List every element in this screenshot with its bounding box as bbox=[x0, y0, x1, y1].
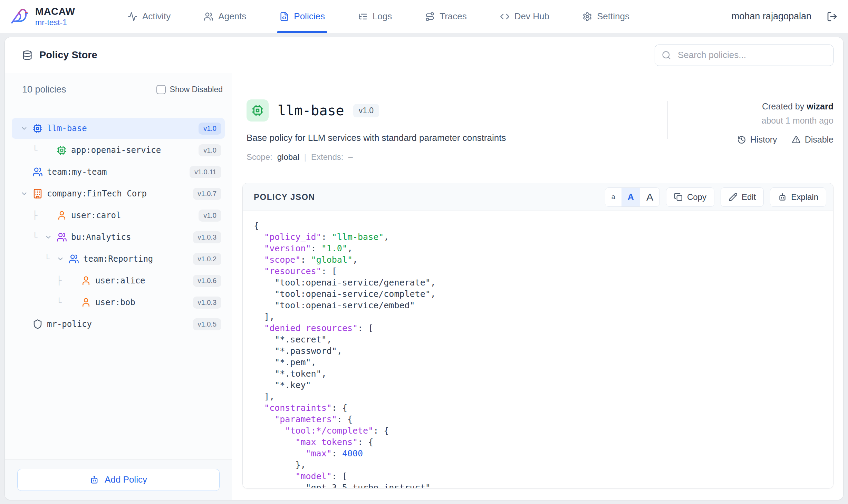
json-code-line: "version": "1.0", bbox=[254, 243, 833, 254]
json-code-line: ], bbox=[254, 311, 833, 322]
policy-tree-sidebar: 10 policies Show Disabled llm-basev1.0└a… bbox=[5, 73, 232, 500]
chevron-down-icon[interactable] bbox=[57, 255, 69, 263]
json-code-line: "*.pem", bbox=[254, 357, 833, 368]
disable-button[interactable]: Disable bbox=[792, 135, 833, 145]
scope-label: Scope: bbox=[247, 152, 272, 162]
policy-scope-row: Scope: global | Extends: – bbox=[247, 152, 664, 162]
tree-item-llm-base[interactable]: llm-basev1.0 bbox=[12, 118, 225, 139]
tree-item-label: app:openai-service bbox=[71, 145, 161, 155]
json-code-line: "tool:openai-service/embed" bbox=[254, 300, 833, 311]
tab-label: Traces bbox=[440, 11, 467, 22]
tab-label: Logs bbox=[373, 11, 392, 22]
json-code-line: "model": [ bbox=[254, 471, 833, 482]
tab-dev-hub[interactable]: Dev Hub bbox=[500, 0, 549, 33]
tab-traces[interactable]: Traces bbox=[425, 0, 467, 33]
tree-item-team-my-team[interactable]: team:my-teamv1.0.11 bbox=[12, 162, 225, 182]
font-size-small-button[interactable]: a bbox=[605, 188, 621, 206]
tree-item-label: user:carol bbox=[71, 211, 121, 220]
chevron-down-icon[interactable] bbox=[45, 233, 57, 241]
extends-label: Extends: bbox=[311, 152, 343, 162]
top-nav: MACAW mr-test-1 Activity Agents Policies… bbox=[0, 0, 848, 33]
shield-icon bbox=[32, 319, 43, 329]
logs-icon bbox=[358, 12, 368, 21]
json-code-line: "constraints": { bbox=[254, 402, 833, 414]
json-code-line: "denied_resources": [ bbox=[254, 322, 833, 334]
font-size-large-button[interactable]: A bbox=[640, 188, 659, 206]
history-icon bbox=[737, 135, 746, 144]
tree-item-user-bob[interactable]: └user:bobv1.0.3 bbox=[12, 292, 225, 313]
tree-item-label: user:bob bbox=[95, 298, 135, 307]
version-badge: v1.0 bbox=[199, 144, 221, 156]
policy-description: Base policy for LLM services with standa… bbox=[247, 133, 664, 143]
tree-item-label: llm-base bbox=[47, 124, 87, 133]
search-input[interactable] bbox=[655, 45, 833, 66]
tab-activity[interactable]: Activity bbox=[128, 0, 171, 33]
tree-item-app-openai-service[interactable]: └app:openai-servicev1.0 bbox=[12, 140, 225, 161]
page-title: Policy Store bbox=[39, 49, 97, 61]
policy-store-page: { "brand": { "title": "MACAW", "env": "m… bbox=[0, 0, 848, 504]
version-badge: v1.0.11 bbox=[190, 166, 221, 178]
policy-type-tile bbox=[247, 99, 269, 122]
tree-item-team-reporting[interactable]: └team:Reportingv1.0.2 bbox=[12, 249, 225, 269]
sidebar-footer: Add Policy bbox=[5, 459, 232, 500]
version-badge: v1.0.7 bbox=[193, 188, 221, 200]
tree-item-user-carol[interactable]: ├user:carolv1.0 bbox=[12, 205, 225, 226]
tree-item-label: user:alice bbox=[95, 276, 145, 285]
policies-count: 10 policies bbox=[22, 84, 66, 95]
policy-version-badge: v1.0 bbox=[353, 104, 379, 117]
brand-env: mr-test-1 bbox=[35, 18, 75, 27]
json-code-line: "tool:*/complete": { bbox=[254, 425, 833, 436]
json-code-line: "*.key" bbox=[254, 379, 833, 391]
brand-title: MACAW bbox=[35, 6, 75, 17]
tree-item-label: team:Reporting bbox=[83, 254, 153, 264]
explain-button[interactable]: Explain bbox=[770, 187, 826, 207]
version-badge: v1.0.3 bbox=[193, 231, 221, 243]
copy-icon bbox=[674, 193, 683, 202]
tree-item-label: team:my-team bbox=[47, 167, 107, 177]
user-name: mohan rajagopalan bbox=[732, 11, 811, 22]
created-by: Created by wizard bbox=[762, 101, 833, 112]
tab-logs[interactable]: Logs bbox=[358, 0, 392, 33]
policies-icon bbox=[279, 12, 289, 21]
chevron-down-icon[interactable] bbox=[20, 125, 32, 132]
show-disabled-toggle[interactable]: Show Disabled bbox=[156, 85, 223, 94]
tab-settings[interactable]: Settings bbox=[582, 0, 629, 33]
json-code-line: "tool:openai-service/generate", bbox=[254, 277, 833, 288]
user-icon bbox=[81, 275, 91, 286]
tree-item-bu-analytics[interactable]: └bu:Analyticsv1.0.3 bbox=[12, 227, 225, 248]
logout-icon[interactable] bbox=[827, 11, 838, 22]
tab-label: Agents bbox=[218, 11, 246, 22]
history-button[interactable]: History bbox=[737, 135, 777, 145]
tab-label: Settings bbox=[597, 11, 629, 22]
json-code-line: { bbox=[254, 220, 833, 231]
json-code-line: "scope": "global", bbox=[254, 254, 833, 265]
tree-item-mr-policy[interactable]: mr-policyv1.0.5 bbox=[12, 314, 225, 335]
chip-icon bbox=[251, 104, 264, 117]
brand[interactable]: MACAW mr-test-1 bbox=[10, 6, 104, 27]
settings-icon bbox=[582, 12, 592, 21]
chevron-down-icon[interactable] bbox=[20, 190, 32, 197]
show-disabled-checkbox[interactable] bbox=[156, 85, 166, 94]
tab-label: Activity bbox=[142, 11, 171, 22]
tree-item-company-fintech-corp[interactable]: company:FinTech Corpv1.0.7 bbox=[12, 183, 225, 204]
tree-item-label: mr-policy bbox=[47, 319, 92, 329]
nav-tabs: Activity Agents Policies Logs Traces Dev… bbox=[128, 0, 629, 33]
tab-label: Dev Hub bbox=[514, 11, 549, 22]
json-toolbar: POLICY JSON a A A Copy E bbox=[243, 183, 833, 211]
tab-policies[interactable]: Policies bbox=[279, 0, 325, 33]
json-panel-title: POLICY JSON bbox=[254, 192, 315, 202]
version-badge: v1.0.2 bbox=[193, 253, 221, 265]
user-icon bbox=[81, 297, 91, 308]
tree-item-user-alice[interactable]: ├user:alicev1.0.6 bbox=[12, 270, 225, 291]
copy-button[interactable]: Copy bbox=[666, 187, 714, 207]
version-badge: v1.0.3 bbox=[193, 297, 221, 309]
add-policy-button[interactable]: Add Policy bbox=[17, 469, 220, 491]
add-policy-label: Add Policy bbox=[105, 474, 147, 485]
user-icon bbox=[57, 210, 67, 221]
bot-icon bbox=[89, 475, 99, 485]
policy-json-code[interactable]: { "policy_id": "llm-base", "version": "1… bbox=[243, 211, 833, 488]
font-size-medium-button[interactable]: A bbox=[621, 188, 640, 206]
tab-agents[interactable]: Agents bbox=[204, 0, 246, 33]
created-ago: about 1 month ago bbox=[762, 116, 834, 126]
edit-button[interactable]: Edit bbox=[721, 187, 764, 207]
